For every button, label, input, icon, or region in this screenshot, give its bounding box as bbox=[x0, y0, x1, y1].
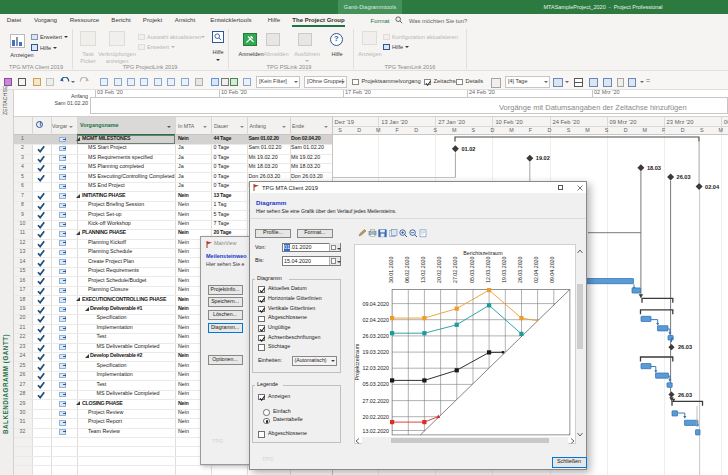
svg-text:26.03.2020: 26.03.2020 bbox=[517, 256, 523, 283]
svg-text:13.02.2020: 13.02.2020 bbox=[420, 256, 426, 283]
svg-text:19.03.2020: 19.03.2020 bbox=[501, 256, 507, 283]
svg-text:12.03.2020: 12.03.2020 bbox=[362, 365, 389, 371]
svg-text:12.03.2020: 12.03.2020 bbox=[485, 256, 491, 283]
svg-text:09.04.2020: 09.04.2020 bbox=[549, 256, 555, 283]
svg-text:27.02.2020: 27.02.2020 bbox=[362, 398, 389, 404]
svg-text:20.02.2020: 20.02.2020 bbox=[436, 256, 442, 283]
svg-text:02.04.2020: 02.04.2020 bbox=[533, 256, 539, 283]
svg-text:13.02.2020: 13.02.2020 bbox=[362, 428, 389, 434]
svg-text:02.04.2020: 02.04.2020 bbox=[362, 317, 389, 323]
svg-text:05.03.2020: 05.03.2020 bbox=[362, 381, 389, 387]
svg-text:05.03.2020: 05.03.2020 bbox=[469, 256, 475, 283]
svg-text:Projektzeitraum: Projektzeitraum bbox=[354, 343, 360, 380]
svg-text:09.04.2020: 09.04.2020 bbox=[362, 301, 389, 307]
svg-text:30.01.2020: 30.01.2020 bbox=[388, 256, 394, 283]
svg-text:27.02.2020: 27.02.2020 bbox=[452, 256, 458, 283]
svg-text:06.02.2020: 06.02.2020 bbox=[404, 256, 410, 283]
svg-text:26.03.2020: 26.03.2020 bbox=[362, 333, 389, 339]
svg-text:19.03.2020: 19.03.2020 bbox=[362, 349, 389, 355]
svg-text:Berichtszeitraum: Berichtszeitraum bbox=[463, 250, 503, 256]
svg-text:20.02.2020: 20.02.2020 bbox=[362, 414, 389, 420]
